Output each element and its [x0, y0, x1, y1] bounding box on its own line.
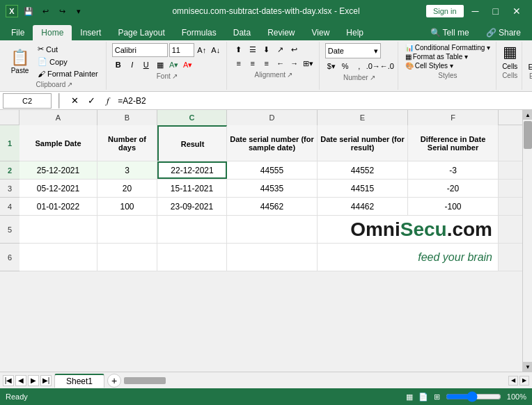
cell-c4[interactable]: 23-09-2021 — [157, 198, 227, 215]
italic-button[interactable]: I — [126, 58, 139, 71]
sign-in-button[interactable]: Sign in — [426, 5, 464, 17]
cell-b1[interactable]: Number of days — [97, 125, 157, 161]
row-header-3[interactable]: 3 — [0, 180, 19, 198]
decrease-font-button[interactable]: A↓ — [210, 44, 222, 56]
underline-button[interactable]: U — [140, 58, 152, 71]
cell-b6[interactable] — [97, 244, 157, 271]
cell-e2[interactable]: 44552 — [318, 161, 408, 179]
cell-d6[interactable] — [227, 244, 318, 271]
cell-f3[interactable]: -20 — [408, 180, 499, 197]
cell-e5-f5[interactable]: OmniSecu.com — [318, 216, 499, 243]
cell-c5[interactable] — [157, 216, 227, 243]
cell-styles-button[interactable]: 🎨 Cell Styles ▾ — [404, 61, 492, 70]
clipboard-expand-icon[interactable]: ↗ — [67, 81, 72, 88]
cells-icon[interactable]: ▦ — [503, 43, 517, 61]
cell-reference-input[interactable] — [3, 93, 52, 109]
increase-font-button[interactable]: A↑ — [196, 44, 208, 56]
tab-formulas[interactable]: Formulas — [173, 25, 225, 40]
col-header-c[interactable]: C — [157, 110, 227, 125]
cell-c3[interactable]: 15-11-2021 — [157, 180, 227, 197]
tab-share[interactable]: 🔗 Share — [478, 25, 529, 40]
cell-e4[interactable]: 44462 — [318, 198, 408, 215]
horizontal-scrollbar[interactable] — [124, 376, 506, 385]
fill-color-button[interactable]: A▾ — [168, 58, 180, 71]
cell-e6-f6[interactable]: feed your brain — [318, 244, 499, 271]
formula-input[interactable] — [118, 93, 529, 109]
cell-d5[interactable] — [227, 216, 318, 243]
cell-b5[interactable] — [97, 216, 157, 243]
scroll-down-button[interactable]: ▼ — [523, 362, 532, 372]
vertical-scrollbar[interactable]: ▲ ▼ — [522, 110, 532, 372]
maximize-button[interactable]: □ — [487, 0, 504, 22]
cell-a6[interactable] — [19, 244, 97, 271]
cancel-formula-button[interactable]: ✕ — [68, 94, 81, 108]
cell-b4[interactable]: 100 — [97, 198, 157, 215]
confirm-formula-button[interactable]: ✓ — [84, 94, 98, 108]
cut-button[interactable]: ✂Cut — [34, 43, 102, 55]
conditional-formatting-button[interactable]: 📊 Conditional Formatting ▾ — [404, 43, 492, 52]
cell-d2[interactable]: 44555 — [227, 161, 318, 179]
col-header-d[interactable]: D — [227, 110, 318, 125]
format-as-table-button[interactable]: ▦ Format as Table ▾ — [404, 52, 492, 61]
scroll-up-button[interactable]: ▲ — [523, 110, 532, 120]
row-header-2[interactable]: 2 — [0, 161, 19, 180]
view-normal-button[interactable]: ▦ — [406, 392, 413, 402]
number-expand-icon[interactable]: ↗ — [370, 74, 375, 81]
row-header-5[interactable]: 5 — [0, 216, 19, 244]
font-color-button[interactable]: A▾ — [182, 58, 194, 71]
insert-function-button[interactable]: 𝑓 — [101, 94, 115, 108]
tab-insert[interactable]: Insert — [72, 25, 109, 40]
minimize-button[interactable]: ─ — [467, 0, 485, 22]
percent-button[interactable]: % — [339, 60, 352, 72]
customize-button[interactable]: ▾ — [72, 5, 85, 17]
wrap-text-button[interactable]: ↩ — [288, 43, 301, 56]
number-format-dropdown[interactable]: Date ▾ — [325, 43, 381, 58]
font-size-input[interactable] — [169, 43, 194, 57]
cell-a3[interactable]: 05-12-2021 — [19, 180, 97, 197]
sheet-nav-prev[interactable]: ◀ — [15, 375, 26, 386]
col-header-e[interactable]: E — [318, 110, 408, 125]
redo-button[interactable]: ↪ — [56, 5, 68, 17]
col-header-a[interactable]: A — [19, 110, 97, 125]
row-header-4[interactable]: 4 — [0, 198, 19, 216]
close-button[interactable]: ✕ — [507, 0, 526, 22]
cell-a2[interactable]: 25-12-2021 — [19, 161, 97, 179]
format-painter-button[interactable]: 🖌Format Painter — [34, 68, 102, 79]
scroll-thumb[interactable] — [524, 121, 532, 149]
cell-c1[interactable]: Result — [157, 125, 227, 161]
col-header-b[interactable]: B — [97, 110, 157, 125]
add-sheet-button[interactable]: + — [107, 374, 121, 388]
cell-f2[interactable]: -3 — [408, 161, 499, 179]
tab-help[interactable]: Help — [338, 25, 372, 40]
scroll-right-button[interactable]: ▶ — [519, 376, 529, 386]
cell-d3[interactable]: 44535 — [227, 180, 318, 197]
cell-b3[interactable]: 20 — [97, 180, 157, 197]
cell-a4[interactable]: 01-01-2022 — [19, 198, 97, 215]
cell-a1[interactable]: Sample Date — [19, 125, 97, 161]
font-expand-icon[interactable]: ↗ — [172, 72, 178, 80]
scroll-left-button[interactable]: ◀ — [508, 376, 518, 386]
cell-d1[interactable]: Date serial number (for sample date) — [227, 125, 318, 161]
merge-button[interactable]: ⊞▾ — [302, 57, 315, 70]
tab-tell-me[interactable]: 🔍 Tell me — [422, 25, 478, 40]
font-name-input[interactable] — [112, 43, 168, 57]
copy-button[interactable]: 📄Copy — [34, 56, 102, 68]
sheet-nav-next[interactable]: ▶ — [28, 375, 39, 386]
cell-e1[interactable]: Date serial number (for result) — [318, 125, 408, 161]
cell-c2[interactable]: 22-12-2021 — [157, 161, 227, 179]
tab-home[interactable]: Home — [33, 25, 72, 40]
tab-page-layout[interactable]: Page Layout — [109, 25, 173, 40]
cell-a5[interactable] — [19, 216, 97, 243]
row-header-6[interactable]: 6 — [0, 244, 19, 271]
indent-dec-button[interactable]: ← — [274, 57, 287, 70]
cell-f1[interactable]: Difference in Date Serial number — [408, 125, 499, 161]
undo-button[interactable]: ↩ — [39, 5, 52, 17]
right-align-button[interactable]: ≡ — [260, 57, 273, 70]
bold-button[interactable]: B — [112, 58, 125, 71]
decrease-decimal-button[interactable]: ←.0 — [381, 60, 393, 72]
paste-button[interactable]: 📋 Paste — [7, 47, 33, 77]
tab-file[interactable]: File — [3, 25, 33, 40]
sheet-nav-last[interactable]: ▶| — [40, 375, 52, 386]
bottom-align-button[interactable]: ⬇ — [260, 43, 273, 56]
top-align-button[interactable]: ⬆ — [233, 43, 245, 56]
